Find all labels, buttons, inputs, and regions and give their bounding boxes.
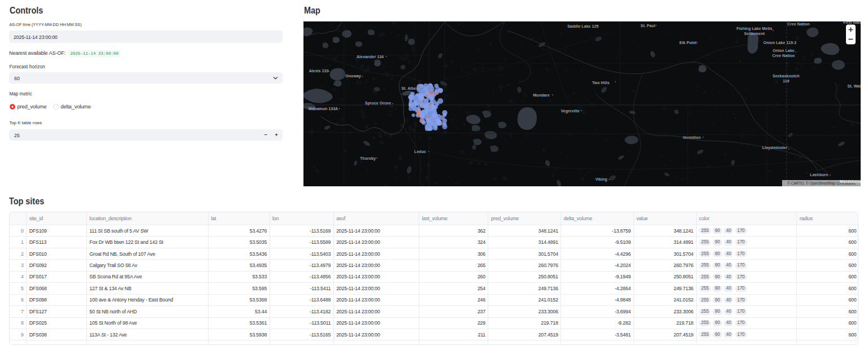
svg-text:Two Hills: Two Hills	[592, 81, 610, 85]
svg-text:Onoway: Onoway	[345, 74, 361, 78]
svg-text:119: 119	[783, 79, 789, 83]
svg-text:St. Wal: St. Wal	[848, 84, 861, 88]
svg-text:Leduc: Leduc	[414, 150, 426, 154]
svg-text:Fishing Lake Metis: Fishing Lake Metis	[736, 27, 772, 31]
svg-text:Vegreville: Vegreville	[561, 109, 579, 113]
svg-text:Onion Lake: Onion Lake	[772, 49, 795, 53]
svg-text:Alexander 134: Alexander 134	[357, 55, 384, 59]
svg-text:Spruce Grove: Spruce Grove	[365, 101, 392, 106]
svg-text:Seekaskootch: Seekaskootch	[772, 74, 800, 78]
svg-text:Cree Nation: Cree Nation	[787, 22, 810, 26]
svg-text:Saddle Lake 125: Saddle Lake 125	[567, 24, 598, 28]
svg-text:Lashburn: Lashburn	[810, 173, 828, 177]
svg-text:Settlement: Settlement	[744, 32, 765, 36]
svg-text:First Nati: First Nati	[843, 21, 861, 24]
svg-text:Elk Point: Elk Point	[679, 41, 697, 45]
svg-text:Onion Lake 119-1: Onion Lake 119-1	[763, 41, 796, 45]
svg-text:St. Albert: St. Albert	[401, 86, 419, 90]
svg-text:Lloydminster: Lloydminster	[762, 146, 788, 150]
svg-text:Alexis 133: Alexis 133	[309, 69, 329, 73]
svg-text:Wabamun 133A: Wabamun 133A	[309, 107, 338, 111]
svg-text:Cree Nation: Cree Nation	[772, 54, 795, 58]
svg-text:Viking: Viking	[595, 177, 607, 182]
svg-text:Maidstone: Maidstone	[840, 179, 861, 184]
svg-text:St. Paul: St. Paul	[640, 24, 655, 28]
svg-text:Mundare: Mundare	[533, 93, 550, 97]
svg-text:Thorsby: Thorsby	[360, 156, 376, 161]
svg-text:Vermilion: Vermilion	[683, 135, 701, 139]
